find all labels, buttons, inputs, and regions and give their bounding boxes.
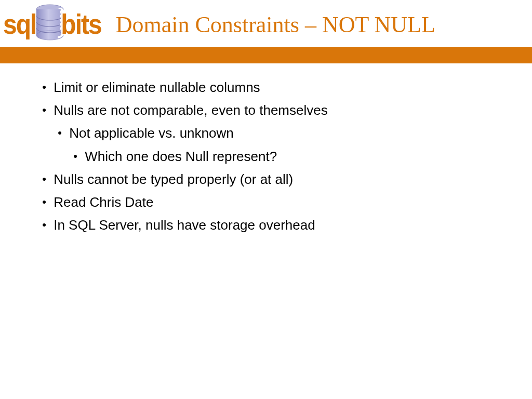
bullet-list-nested-deep: Which one does Null represent? (31, 145, 511, 168)
divider-bar (0, 47, 532, 63)
bullet-item: Which one does Null represent? (31, 145, 511, 168)
bullet-item: Not applicable vs. unknown (31, 122, 511, 144)
logo-text-bits: bits (61, 11, 101, 38)
svg-point-2 (36, 31, 63, 40)
bullet-item: Limit or eliminate nullable columns (31, 76, 511, 99)
bullet-list: Limit or eliminate nullable columns Null… (31, 76, 511, 122)
slide-header: sql bits Domain (0, 0, 532, 47)
slide-title: Domain Constraints – NOT NULL (116, 11, 435, 38)
bullet-list: Nulls cannot be typed properly (or at al… (31, 168, 511, 237)
sqlbits-logo: sql bits (3, 6, 101, 43)
bullet-list-nested: Not applicable vs. unknown (31, 122, 511, 144)
logo-text-sql: sql (3, 11, 36, 38)
slide-content: Limit or eliminate nullable columns Null… (0, 63, 532, 236)
bullet-item: In SQL Server, nulls have storage overhe… (31, 214, 511, 236)
bullet-item: Nulls cannot be typed properly (or at al… (31, 168, 511, 191)
bullet-item: Nulls are not comparable, even to themse… (31, 99, 511, 122)
bullet-item: Read Chris Date (31, 191, 511, 214)
